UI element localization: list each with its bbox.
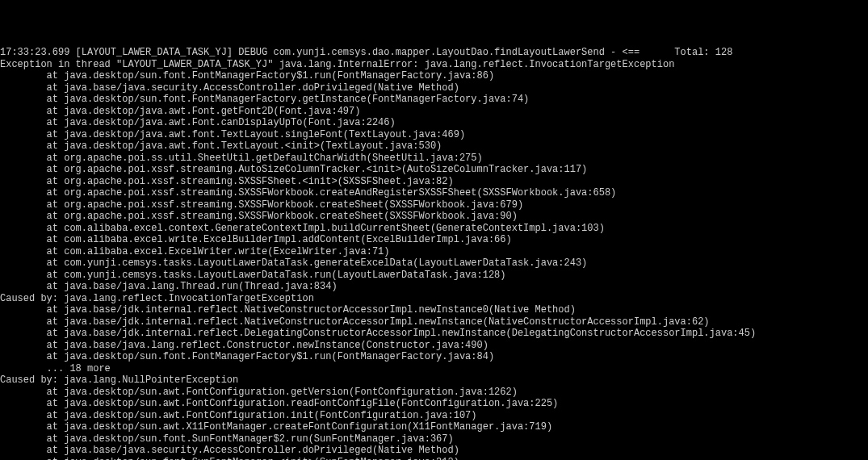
log-line: at org.apache.poi.xssf.streaming.SXSSFWo…: [0, 187, 868, 199]
log-line: ... 18 more: [0, 363, 868, 375]
log-line: at java.base/jdk.internal.reflect.Native…: [0, 316, 868, 328]
log-line: at java.desktop/sun.font.SunFontManager$…: [0, 433, 868, 445]
log-line: at java.base/jdk.internal.reflect.Delega…: [0, 328, 868, 340]
log-line: at com.alibaba.excel.ExcelWriter.write(E…: [0, 246, 868, 258]
log-line: at java.desktop/java.awt.Font.getFont2D(…: [0, 106, 868, 118]
log-line: at java.base/java.lang.reflect.Construct…: [0, 340, 868, 352]
log-line: at java.desktop/sun.awt.FontConfiguratio…: [0, 410, 868, 422]
log-line: at java.base/jdk.internal.reflect.Native…: [0, 304, 868, 316]
log-line: at java.desktop/sun.font.FontManagerFact…: [0, 70, 868, 82]
log-line: at java.desktop/sun.font.FontManagerFact…: [0, 351, 868, 363]
log-line: at com.yunji.cemsys.tasks.LayoutLawerDat…: [0, 257, 868, 270]
log-line: at java.base/java.security.AccessControl…: [0, 82, 868, 94]
log-line: at java.desktop/sun.font.FontManagerFact…: [0, 94, 868, 106]
log-line: at java.base/java.lang.Thread.run(Thread…: [0, 281, 868, 293]
log-line: at java.desktop/sun.awt.X11FontManager.c…: [0, 421, 868, 433]
log-line: at java.desktop/sun.awt.FontConfiguratio…: [0, 398, 868, 410]
log-line: at com.alibaba.excel.context.GenerateCon…: [0, 223, 868, 235]
log-line: 17:33:23.699 [LAYOUT_LAWER_DATA_TASK_YJ]…: [0, 47, 868, 59]
log-line: at java.desktop/java.awt.font.TextLayout…: [0, 129, 868, 141]
log-line: at org.apache.poi.xssf.streaming.SXSSFWo…: [0, 199, 868, 211]
log-line: Caused by: java.lang.NullPointerExceptio…: [0, 374, 868, 387]
log-line: at java.desktop/sun.awt.FontConfiguratio…: [0, 387, 868, 399]
log-line: at java.desktop/java.awt.font.TextLayout…: [0, 140, 868, 153]
log-line: at org.apache.poi.xssf.streaming.SXSSFWo…: [0, 211, 868, 223]
log-line: at java.desktop/sun.font.SunFontManager.…: [0, 457, 868, 461]
log-line: at org.apache.poi.xssf.streaming.AutoSiz…: [0, 164, 868, 176]
log-line: at com.alibaba.excel.write.ExcelBuilderI…: [0, 234, 868, 246]
log-line: at com.yunji.cemsys.tasks.LayoutLawerDat…: [0, 270, 868, 282]
log-line: Exception in thread "LAYOUT_LAWER_DATA_T…: [0, 59, 868, 71]
log-line: at java.base/java.security.AccessControl…: [0, 445, 868, 457]
log-line: at java.desktop/java.awt.Font.canDisplay…: [0, 117, 868, 129]
terminal-output[interactable]: 17:33:23.699 [LAYOUT_LAWER_DATA_TASK_YJ]…: [0, 47, 868, 460]
log-line: Caused by: java.lang.reflect.InvocationT…: [0, 293, 868, 305]
log-line: at org.apache.poi.xssf.streaming.SXSSFSh…: [0, 176, 868, 188]
log-line: at org.apache.poi.ss.util.SheetUtil.getD…: [0, 153, 868, 165]
